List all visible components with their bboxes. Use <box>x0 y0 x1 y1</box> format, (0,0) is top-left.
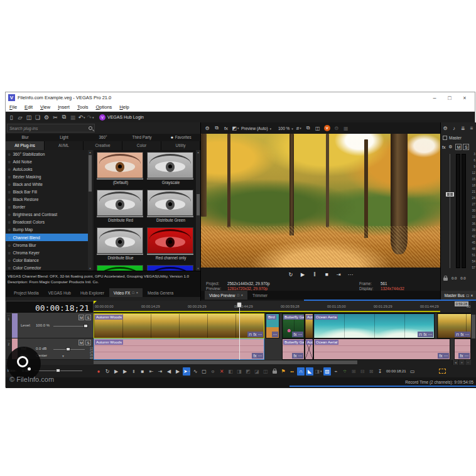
ignore-event-grouping-icon[interactable]: ⌁ <box>332 367 340 376</box>
master-mute-button[interactable]: M <box>455 144 462 150</box>
zoom-out-icon[interactable]: − <box>465 360 471 365</box>
video-clip[interactable]: Autu <box>305 313 313 338</box>
close-tab-icon[interactable]: × <box>470 293 473 298</box>
loop-region-start-marker[interactable] <box>94 301 97 304</box>
plugin-item[interactable]: ☆Chroma Keyer <box>6 249 88 256</box>
event-fx-icon[interactable]: fx <box>253 332 256 337</box>
maximize-button[interactable]: □ <box>442 93 457 103</box>
more-icon[interactable]: ⋯ <box>298 353 303 359</box>
audio-track-mute-button[interactable]: M <box>78 340 84 345</box>
split-screen-view-icon[interactable]: ◩▾ <box>232 124 239 133</box>
preset-item[interactable]: Red channel only <box>147 227 195 264</box>
selection-length-icon[interactable]: ▭ <box>409 367 416 376</box>
save-project-icon[interactable]: ◫ <box>25 112 33 122</box>
pan-crop-icon[interactable]: ⊓ <box>419 332 422 337</box>
event-fx-icon[interactable]: fx <box>439 353 442 359</box>
menu-view[interactable]: View <box>36 104 54 110</box>
plugin-item[interactable]: ☆Brightness and Contrast <box>6 211 88 219</box>
more-icon[interactable]: ⋯ <box>298 332 303 337</box>
external-monitor-icon[interactable]: ⧉ <box>213 124 220 133</box>
pan-crop-icon[interactable]: ⊓ <box>249 332 252 337</box>
preset-item[interactable]: Distribute Green <box>147 190 195 226</box>
favorite-star-icon[interactable]: ☆ <box>8 167 11 171</box>
downmix-output-icon[interactable]: ⇊ <box>459 124 467 133</box>
zoom-tool-icon[interactable]: ○ <box>209 367 217 376</box>
audio-clip[interactable]: Ocean Aerialfx⋯ <box>313 338 450 360</box>
favorite-star-icon[interactable]: ☆ <box>8 212 11 217</box>
more-icon[interactable]: ⋯ <box>465 353 469 359</box>
plugin-item[interactable]: ☆Black and White <box>6 180 88 188</box>
event-fx-icon[interactable]: fx <box>293 332 296 337</box>
tab-360-[interactable]: 360° <box>84 134 122 141</box>
favorite-star-icon[interactable]: ☆ <box>8 243 11 247</box>
more-options-icon[interactable]: ⋯ <box>347 271 354 279</box>
playhead-marker[interactable] <box>237 302 242 308</box>
more-icon[interactable]: ⋯ <box>428 332 433 337</box>
more-icon[interactable]: ⋯ <box>273 332 278 337</box>
menu-options[interactable]: Options <box>92 104 116 110</box>
next-frame-icon[interactable]: ▶ <box>174 367 181 376</box>
dock-tab-vegas-hub[interactable]: VEGAS Hub <box>44 288 75 297</box>
tab-creative[interactable]: Creative <box>84 141 122 150</box>
vegas-hub-login-button[interactable]: V VEGAS Hub Login <box>99 114 144 121</box>
play-icon[interactable]: ▶ <box>299 271 306 279</box>
video-preview-frame[interactable] <box>201 134 441 268</box>
preset-grid-scrollbar[interactable]: ▲ ▼ <box>196 150 200 271</box>
favorite-star-icon[interactable]: ☆ <box>8 197 11 202</box>
master-solo-button[interactable]: S <box>463 144 469 150</box>
favorite-star-icon[interactable]: ☆ <box>8 227 11 232</box>
pan-dropdown-icon[interactable]: ▾ <box>62 354 64 358</box>
redo-icon[interactable]: ↷▾ <box>87 112 94 122</box>
dropdown-arrow-icon[interactable]: ▾ <box>92 116 94 119</box>
plugin-item[interactable]: ☆Color Balance <box>6 256 88 264</box>
event-fx-icon[interactable]: fx <box>293 353 296 359</box>
audio-clip[interactable]: Autu <box>305 338 313 360</box>
copy-snapshot-icon[interactable]: ⧉ <box>305 124 312 133</box>
master-fx-button[interactable]: fx <box>442 145 445 149</box>
undo-icon[interactable]: ↶▾ <box>78 112 85 122</box>
video-track-mute-button[interactable]: M <box>78 315 84 320</box>
master-bus-tab[interactable]: Master Bus □ × <box>441 291 476 300</box>
dropdown-arrow-icon[interactable]: ▾ <box>237 126 239 130</box>
favorite-star-icon[interactable]: ☆ <box>8 175 11 179</box>
favorite-star-icon[interactable]: ☆ <box>8 220 11 224</box>
tab-third-party[interactable]: Third Party <box>122 134 161 141</box>
favorite-star-icon[interactable]: ☆ <box>8 266 11 270</box>
plugin-chain-icon[interactable]: ⊠ <box>367 367 375 376</box>
float-window-icon[interactable]: □ <box>132 291 134 295</box>
previous-frame-icon[interactable]: ◀ <box>165 367 173 376</box>
preset-item[interactable]: Grayscale <box>147 152 195 188</box>
dock-tab-trimmer[interactable]: Trimmer <box>248 291 272 300</box>
slide-event-icon[interactable]: ◪ <box>253 367 261 376</box>
video-track-solo-button[interactable]: S <box>85 315 91 320</box>
audio-volume-slider[interactable] <box>66 347 70 351</box>
dock-tab-hub-explorer[interactable]: Hub Explorer <box>76 288 109 297</box>
video-output-fx-icon[interactable]: fx <box>222 124 230 133</box>
tab-all-plug-ins[interactable]: All Plug-ins <box>6 141 45 150</box>
minimize-button[interactable]: – <box>427 93 442 103</box>
insert-region-icon[interactable]: •• <box>288 367 296 376</box>
loop-playback-icon[interactable]: ↻ <box>104 367 111 376</box>
video-clip[interactable]: Ocean Aeria⊓fx⋯ <box>313 313 435 338</box>
plugin-item[interactable]: ☆Border <box>6 203 88 211</box>
close-button[interactable]: × <box>457 93 472 103</box>
trim-adjacent-icon[interactable]: ◨ <box>235 367 243 376</box>
favorite-star-icon[interactable]: ☆ <box>8 190 11 194</box>
dropdown-arrow-icon[interactable]: ▾ <box>188 369 190 373</box>
bus-tracks-icon[interactable]: ⊟ <box>359 367 366 376</box>
pan-crop-icon[interactable]: ⊓ <box>456 332 459 337</box>
master-properties-icon[interactable]: ⚙ <box>441 124 449 133</box>
playhead-line[interactable] <box>239 303 240 360</box>
selection-tool-icon[interactable]: ▢ <box>200 367 208 376</box>
loop-preview-icon[interactable]: ⚙ <box>333 124 340 133</box>
video-clip[interactable]: ⊓fx⋯ <box>437 313 471 338</box>
video-scopes-icon[interactable]: ▦ <box>342 124 350 133</box>
preset-item[interactable]: Distribute Blue <box>97 227 144 264</box>
record-icon[interactable]: ● <box>95 367 102 376</box>
audio-clip[interactable]: Butterfly Gafx⋯ <box>282 338 305 360</box>
more-icon[interactable]: ⋯ <box>258 332 262 337</box>
audio-clip[interactable]: fx⋯ <box>454 338 471 360</box>
mixer-view-icon[interactable]: ⊞ <box>350 367 357 376</box>
delete-icon[interactable]: ✕ <box>218 367 225 376</box>
master-fader-handle[interactable] <box>445 192 455 197</box>
